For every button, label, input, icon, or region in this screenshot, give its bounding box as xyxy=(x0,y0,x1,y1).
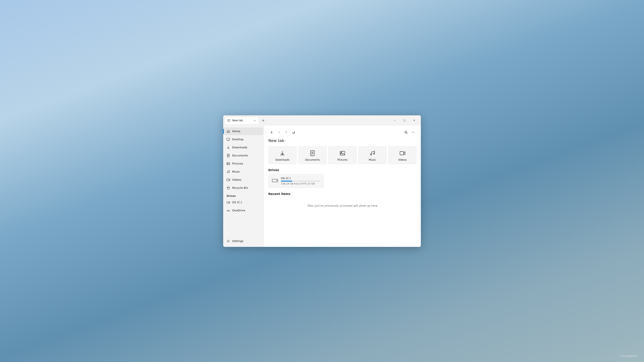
svg-point-21 xyxy=(414,132,414,132)
sidebar-label-music: Music xyxy=(232,170,240,173)
drive-info: OS (C:) 338.28 GB free of 475.15 GB xyxy=(281,177,320,185)
onedrive-icon xyxy=(226,209,230,212)
downloads-tile-icon xyxy=(279,150,286,157)
svg-point-11 xyxy=(227,172,228,173)
drive-name: OS (C:) xyxy=(281,177,320,180)
quick-tile-music[interactable]: Music xyxy=(358,146,386,164)
drive-icon xyxy=(226,201,230,204)
quick-tile-music-label: Music xyxy=(369,158,376,161)
svg-point-15 xyxy=(229,202,229,203)
recycle-bin-icon xyxy=(226,186,230,190)
pictures-icon xyxy=(226,162,230,165)
main-area: Home Desktop xyxy=(223,126,421,247)
sidebar-item-os-c[interactable]: OS (C:) xyxy=(224,199,263,206)
sidebar-bottom: Settings xyxy=(223,237,264,245)
sidebar-item-recycle-bin[interactable]: Recycle Bin xyxy=(224,184,263,192)
sidebar-item-documents[interactable]: Documents xyxy=(224,152,263,159)
search-button[interactable] xyxy=(402,129,409,136)
desktop-icon xyxy=(226,138,230,141)
sidebar-item-onedrive[interactable]: OneDrive xyxy=(224,207,263,214)
drives-section-label: Drives xyxy=(223,193,264,198)
home-icon xyxy=(226,130,230,133)
tab-title: New tab xyxy=(232,119,251,122)
sidebar-item-downloads[interactable]: Downloads xyxy=(224,144,263,151)
sidebar-item-home[interactable]: Home xyxy=(224,127,263,135)
drive-card-os-c[interactable]: OS (C:) 338.28 GB free of 475.15 GB xyxy=(268,174,324,188)
sidebar-label-recycle-bin: Recycle Bin xyxy=(232,186,248,189)
svg-rect-30 xyxy=(400,152,404,155)
quick-tile-videos[interactable]: Videos xyxy=(388,146,416,164)
more-options-button[interactable] xyxy=(410,129,416,136)
maximize-button[interactable]: □ xyxy=(400,117,409,124)
svg-line-18 xyxy=(406,133,408,134)
videos-icon xyxy=(226,178,230,182)
sidebar-label-documents: Documents xyxy=(232,154,248,157)
breadcrumb-title: New tab xyxy=(268,138,284,143)
close-button[interactable]: ✕ xyxy=(409,117,419,124)
settings-icon xyxy=(226,239,230,243)
breadcrumb: New tab › xyxy=(268,138,416,143)
sidebar-label-pictures: Pictures xyxy=(232,162,243,165)
svg-rect-0 xyxy=(228,120,230,121)
back-button[interactable] xyxy=(268,129,275,136)
quick-tile-downloads-label: Downloads xyxy=(275,158,290,161)
sidebar: Home Desktop xyxy=(223,126,264,247)
svg-point-29 xyxy=(373,153,374,154)
documents-icon xyxy=(226,154,230,157)
documents-tile-icon xyxy=(309,150,316,157)
new-tab-button[interactable]: + xyxy=(260,117,267,124)
sidebar-label-videos: Videos xyxy=(232,178,241,181)
recent-items-empty: Files you've previously accessed will sh… xyxy=(268,198,416,214)
svg-rect-2 xyxy=(227,138,230,140)
downloads-icon xyxy=(226,146,230,149)
svg-point-28 xyxy=(370,154,372,155)
forward-button[interactable] xyxy=(276,129,282,136)
quick-tile-pictures-label: Pictures xyxy=(337,158,348,161)
tab-icon xyxy=(227,119,231,122)
quick-tile-downloads[interactable]: Downloads xyxy=(268,146,297,164)
drives-heading: Drives xyxy=(268,168,416,172)
file-explorer-window: New tab × + ─ □ ✕ Home xyxy=(223,115,421,247)
svg-rect-13 xyxy=(227,179,229,181)
up-button[interactable] xyxy=(283,129,290,136)
drive-size: 338.28 GB free of 475.15 GB xyxy=(281,182,320,185)
svg-point-12 xyxy=(229,172,229,172)
svg-point-32 xyxy=(276,180,277,181)
quick-access-grid: Downloads Documents xyxy=(268,146,416,164)
svg-point-17 xyxy=(405,131,407,133)
recent-items-heading: Recent items xyxy=(268,192,416,196)
music-icon xyxy=(226,170,230,173)
sidebar-label-settings: Settings xyxy=(232,239,244,243)
sidebar-label-desktop: Desktop xyxy=(232,138,244,141)
svg-point-20 xyxy=(413,132,413,132)
drive-progress-bar xyxy=(281,181,320,182)
refresh-button[interactable] xyxy=(290,129,297,136)
quick-tile-documents-label: Documents xyxy=(305,158,320,161)
pictures-tile-icon xyxy=(339,150,346,157)
watermark: ©社区金融科技社 xyxy=(619,355,638,358)
music-tile-icon xyxy=(369,150,376,157)
sidebar-item-videos[interactable]: Videos xyxy=(224,176,263,184)
svg-point-16 xyxy=(228,241,229,242)
active-tab[interactable]: New tab × xyxy=(225,117,259,124)
sidebar-item-settings[interactable]: Settings xyxy=(224,237,263,245)
quick-tile-documents[interactable]: Documents xyxy=(298,146,327,164)
drive-card-icon xyxy=(272,178,278,183)
svg-rect-26 xyxy=(340,151,345,155)
sidebar-label-home: Home xyxy=(232,130,240,133)
sidebar-item-desktop[interactable]: Desktop xyxy=(224,136,263,143)
sidebar-label-downloads: Downloads xyxy=(232,146,247,149)
nav-toolbar xyxy=(268,129,416,136)
tab-close-button[interactable]: × xyxy=(253,118,256,122)
drive-progress-fill xyxy=(281,181,292,182)
sidebar-item-pictures[interactable]: Pictures xyxy=(224,160,263,167)
quick-tile-videos-label: Videos xyxy=(398,158,407,161)
minimize-button[interactable]: ─ xyxy=(390,117,400,124)
sidebar-item-music[interactable]: Music xyxy=(224,168,263,176)
window-controls: ─ □ ✕ xyxy=(390,117,419,124)
quick-tile-pictures[interactable]: Pictures xyxy=(328,146,357,164)
videos-tile-icon xyxy=(399,150,406,157)
content-area: New tab › Downloads xyxy=(264,126,421,247)
breadcrumb-chevron: › xyxy=(285,139,286,142)
svg-point-19 xyxy=(412,132,412,132)
